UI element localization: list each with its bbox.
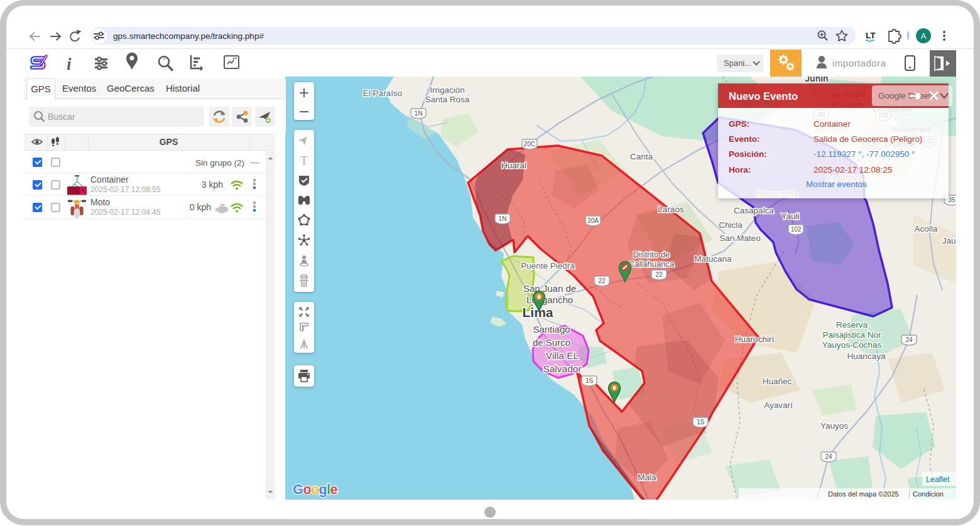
svg-text:Ayavarí: Ayavarí: [764, 400, 793, 410]
svg-text:San Juan de: San Juan de: [523, 283, 576, 294]
svg-text:22: 22: [598, 277, 606, 284]
svg-text:Salvador: Salvador: [543, 363, 581, 374]
svg-text:Villa EL: Villa EL: [546, 350, 579, 361]
svg-text:22: 22: [655, 271, 663, 278]
svg-text:g: g: [319, 482, 327, 497]
svg-text:Paisajistica Nor: Paisajistica Nor: [822, 330, 881, 340]
svg-text:24: 24: [825, 453, 832, 460]
svg-text:Yauyos: Yauyos: [820, 421, 848, 431]
svg-text:102: 102: [791, 226, 802, 233]
svg-text:Jauja: Jauja: [942, 236, 956, 245]
svg-text:Casapalca: Casapalca: [734, 206, 774, 215]
svg-text:Puente Piedra: Puente Piedra: [521, 261, 575, 271]
svg-text:T: T: [300, 154, 308, 167]
svg-text:Yauli: Yauli: [781, 212, 799, 221]
svg-text:Distrito de: Distrito de: [633, 250, 670, 259]
svg-text:Huaral: Huaral: [501, 161, 526, 170]
svg-text:20C: 20C: [524, 141, 535, 148]
svg-text:Laraos: Laraos: [658, 205, 684, 214]
svg-text:1N: 1N: [415, 110, 423, 117]
svg-text:Chicla: Chicla: [719, 220, 743, 230]
svg-text:Huancaya: Huancaya: [847, 352, 886, 361]
svg-text:de Surco: de Surco: [533, 337, 570, 348]
svg-text:Acolla: Acolla: [915, 224, 938, 233]
svg-text:24: 24: [905, 336, 913, 343]
svg-text:Reserva: Reserva: [836, 320, 868, 330]
svg-text:i: i: [67, 55, 72, 73]
svg-text:Huañec: Huañec: [763, 377, 792, 386]
svg-text:o: o: [311, 482, 319, 497]
svg-text:San Mateo: San Mateo: [719, 233, 760, 243]
svg-text:G: G: [293, 482, 303, 497]
svg-text:Yauyos-Cochas: Yauyos-Cochas: [822, 340, 882, 350]
svg-text:Canta: Canta: [630, 152, 653, 161]
svg-text:Santa Rosa: Santa Rosa: [425, 95, 470, 104]
svg-text:35: 35: [948, 196, 956, 203]
svg-text:LT: LT: [866, 31, 876, 40]
svg-text:Irrigación: Irrigación: [430, 85, 465, 95]
svg-text:Huarochirí: Huarochirí: [735, 335, 775, 344]
svg-text:Junín: Junín: [805, 77, 828, 83]
svg-text:Datos del mapa ©2025: Datos del mapa ©2025: [828, 490, 899, 498]
svg-text:o: o: [303, 482, 312, 497]
svg-text:Santiago: Santiago: [533, 324, 570, 335]
svg-text:1S: 1S: [697, 419, 705, 426]
svg-text:1N: 1N: [499, 215, 507, 222]
svg-text:1S: 1S: [585, 377, 594, 384]
svg-text:e: e: [330, 482, 338, 497]
svg-text:Callahuanca: Callahuanca: [629, 259, 675, 269]
svg-text:A: A: [921, 31, 927, 41]
svg-text:El Paraíso: El Paraíso: [363, 89, 402, 98]
svg-text:Condicion: Condicion: [913, 490, 944, 498]
svg-text:Matucana: Matucana: [694, 254, 732, 264]
svg-text:Mala: Mala: [638, 473, 656, 482]
svg-text:Leaflet: Leaflet: [926, 475, 950, 484]
svg-text:20A: 20A: [587, 217, 599, 224]
